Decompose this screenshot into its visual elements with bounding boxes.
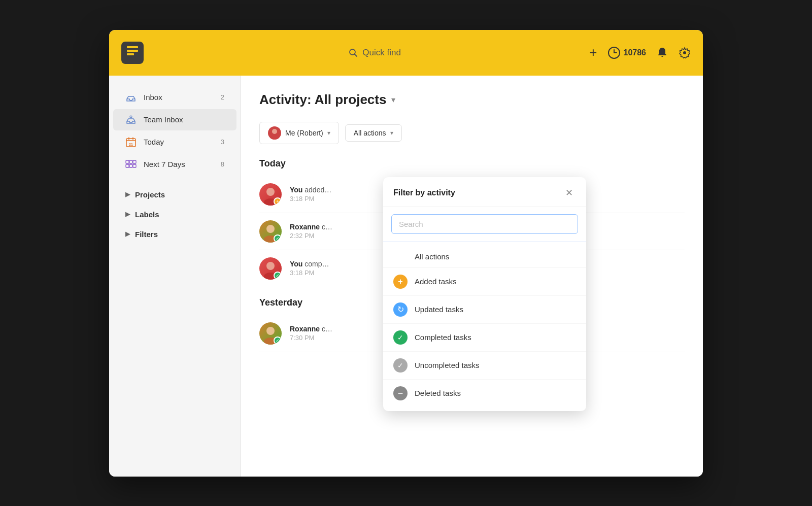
activity-content: You added… 3:18 PM [290, 186, 331, 203]
dropdown-title: Filter by activity [393, 188, 455, 197]
svg-point-7 [130, 116, 132, 118]
sidebar-section-projects[interactable]: ▶ Projects [113, 185, 236, 204]
dropdown-list: All actions + Added tasks ↻ Updated task… [383, 242, 586, 411]
sidebar-projects-label: Projects [135, 190, 165, 199]
activity-time: 7:30 PM [290, 334, 332, 342]
bell-icon [656, 47, 668, 59]
activity-filter-dropdown: Filter by activity ✕ All actions + Added… [383, 177, 586, 411]
add-button[interactable]: + [589, 45, 597, 60]
activity-text: You added… [290, 186, 331, 194]
activity-time: 3:18 PM [290, 195, 331, 203]
svg-rect-13 [126, 160, 129, 163]
svg-rect-0 [127, 46, 138, 48]
svg-point-20 [270, 135, 279, 140]
today-icon: 21 [125, 137, 137, 148]
person-filter-label: Me (Robert) [285, 129, 323, 137]
karma-value: 10786 [624, 48, 647, 57]
svg-point-23 [266, 225, 275, 233]
sidebar-item-inbox[interactable]: Inbox 2 [113, 87, 236, 108]
activity-badge: ✓ [274, 234, 282, 243]
dropdown-item-updated-tasks[interactable]: ↻ Updated tasks [383, 296, 586, 324]
karma-display: 10786 [607, 46, 647, 59]
header-actions: + 10786 [589, 45, 691, 60]
uncompleted-tasks-icon: ✓ [393, 358, 408, 373]
activity-time: 3:18 PM [290, 269, 329, 277]
dropdown-item-completed-tasks[interactable]: ✓ Completed tasks [383, 324, 586, 352]
dropdown-search-area [383, 207, 586, 242]
added-tasks-label: Added tasks [415, 277, 457, 286]
sidebar-filters-label: Filters [135, 230, 158, 239]
svg-rect-15 [133, 160, 136, 163]
activity-badge: + [274, 197, 282, 206]
activity-content: Roxanne c… 2:32 PM [290, 223, 332, 240]
page-title-chevron: ▾ [391, 95, 395, 105]
settings-button[interactable] [679, 47, 691, 59]
svg-point-25 [266, 262, 275, 270]
svg-rect-1 [127, 50, 138, 52]
dropdown-item-uncompleted-tasks[interactable]: ✓ Uncompleted tasks [383, 352, 586, 380]
inbox-icon [125, 92, 137, 103]
sidebar-item-today[interactable]: 21 Today 3 [113, 131, 236, 153]
app-header: Quick find + 10786 [109, 30, 703, 76]
search-icon [348, 48, 358, 58]
projects-chevron: ▶ [125, 191, 130, 198]
updated-tasks-label: Updated tasks [415, 305, 463, 314]
main-layout: Inbox 2 Team Inbox [109, 76, 703, 477]
dropdown-header: Filter by activity ✕ [383, 177, 586, 207]
person-filter-chevron: ▾ [327, 129, 330, 137]
svg-rect-14 [129, 160, 132, 163]
person-filter-button[interactable]: Me (Robert) ▾ [259, 122, 339, 144]
deleted-tasks-label: Deleted tasks [415, 389, 461, 397]
actions-filter-label: All actions [354, 129, 386, 137]
page-title: Activity: All projects [259, 92, 386, 108]
uncompleted-tasks-label: Uncompleted tasks [415, 361, 480, 369]
actions-filter-chevron: ▾ [390, 129, 393, 137]
sidebar-badge-today: 3 [221, 138, 224, 146]
sidebar-item-team-inbox[interactable]: Team Inbox [113, 109, 236, 130]
dropdown-item-deleted-tasks[interactable]: − Deleted tasks [383, 380, 586, 407]
activity-avatar: ✓ [259, 257, 282, 280]
added-tasks-icon: + [393, 275, 408, 289]
activity-avatar: ✓ [259, 220, 282, 243]
sidebar-item-next7days[interactable]: Next 7 Days 8 [113, 154, 236, 175]
content-area: Activity: All projects ▾ Me (Robert) ▾ A… [241, 76, 703, 477]
svg-point-27 [266, 327, 275, 335]
app-logo [121, 42, 144, 64]
activity-text: Roxanne c… [290, 325, 332, 333]
actions-filter-button[interactable]: All actions ▾ [345, 124, 402, 142]
svg-point-21 [266, 188, 275, 196]
all-actions-label: All actions [415, 252, 449, 261]
dropdown-item-added-tasks[interactable]: + Added tasks [383, 268, 586, 296]
activity-content: You comp… 3:18 PM [290, 260, 329, 277]
svg-rect-2 [127, 53, 134, 55]
sidebar-label-today: Today [144, 138, 164, 146]
svg-rect-17 [129, 164, 132, 167]
sidebar-badge-next7days: 8 [221, 160, 224, 168]
sidebar-badge-inbox: 2 [221, 93, 224, 101]
sidebar-section-labels[interactable]: ▶ Labels [113, 205, 236, 224]
karma-icon [607, 46, 621, 59]
search-bar[interactable]: Quick find [160, 48, 589, 58]
sidebar-section-filters[interactable]: ▶ Filters [113, 225, 236, 244]
notification-button[interactable] [656, 47, 668, 59]
svg-point-19 [272, 129, 277, 134]
updated-tasks-icon: ↻ [393, 302, 408, 317]
filter-row: Me (Robert) ▾ All actions ▾ [259, 122, 685, 144]
sidebar-label-team-inbox: Team Inbox [144, 115, 183, 124]
page-header: Activity: All projects ▾ [259, 92, 685, 108]
activity-badge: ✓ [274, 272, 282, 280]
dropdown-search-input[interactable] [391, 214, 578, 234]
person-avatar [268, 126, 281, 140]
today-section-label: Today [259, 158, 685, 169]
activity-content: Roxanne c… 7:30 PM [290, 325, 332, 342]
completed-tasks-label: Completed tasks [415, 333, 471, 342]
labels-chevron: ▶ [125, 211, 130, 218]
close-dropdown-button[interactable]: ✕ [562, 186, 576, 199]
svg-point-6 [683, 51, 686, 54]
activity-avatar: ✓ [259, 322, 282, 345]
dropdown-item-all-actions[interactable]: All actions [383, 246, 586, 268]
completed-tasks-icon: ✓ [393, 330, 408, 345]
team-inbox-icon [125, 114, 137, 125]
sidebar-label-inbox: Inbox [144, 93, 162, 102]
next7-icon [125, 159, 137, 170]
